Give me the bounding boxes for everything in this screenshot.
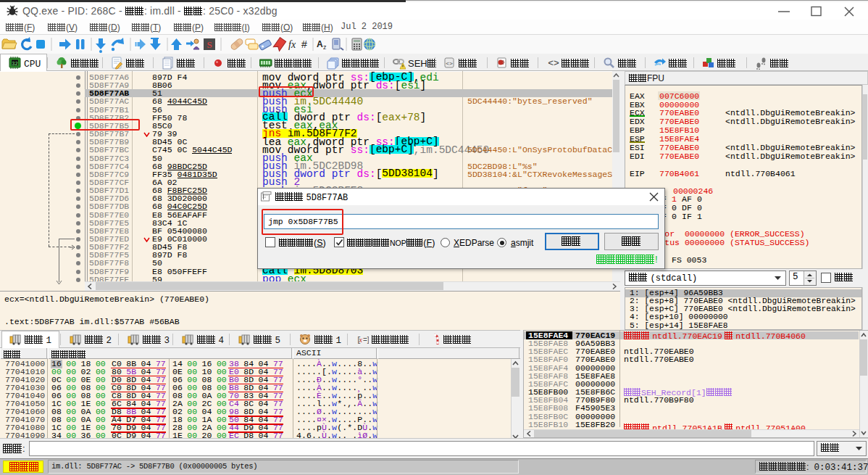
svg-text:z: z bbox=[323, 44, 327, 51]
svg-text:<>: <> bbox=[548, 58, 559, 69]
svg-text:x: x bbox=[359, 336, 363, 344]
svg-text:=]: =] bbox=[363, 336, 369, 344]
svg-text:fx: fx bbox=[288, 39, 296, 50]
svg-text:#: # bbox=[301, 38, 307, 50]
svg-text:S: S bbox=[206, 39, 212, 50]
svg-text:A: A bbox=[317, 39, 323, 49]
svg-text:<>: <> bbox=[446, 60, 453, 67]
svg-text:32: 32 bbox=[12, 61, 17, 67]
